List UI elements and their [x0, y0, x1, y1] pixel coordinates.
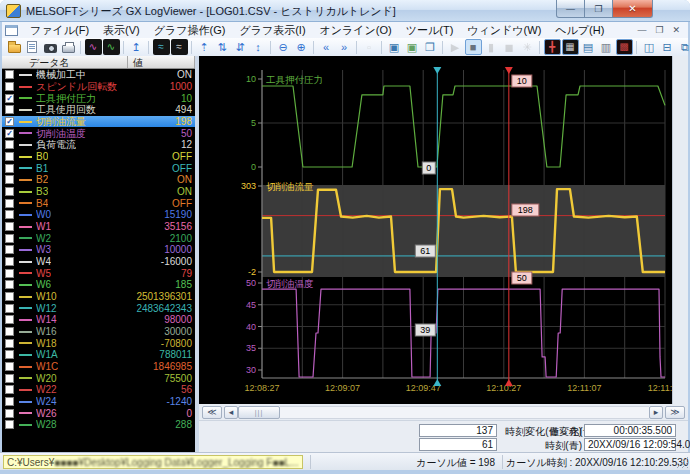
- table-row-1[interactable]: スピンドル回転数1000: [2, 81, 195, 93]
- gather-graphs-button[interactable]: ⇵: [232, 39, 249, 55]
- scroll-page-right-button[interactable]: ≫: [665, 406, 685, 419]
- table-row-9[interactable]: B2ON: [2, 174, 195, 186]
- row-checkbox[interactable]: [5, 164, 14, 173]
- table-row-26[interactable]: W2075500: [2, 372, 195, 384]
- ghost-button[interactable]: ▫: [361, 39, 378, 55]
- move-upper-graph-button[interactable]: ⇡: [196, 39, 213, 55]
- row-checkbox[interactable]: ✓: [5, 94, 14, 103]
- spread-graphs-button[interactable]: ⇅: [214, 39, 231, 55]
- menu-file[interactable]: ファイル(F): [23, 22, 96, 39]
- menu-window[interactable]: ウィンドウ(W): [460, 22, 548, 39]
- table-row-18[interactable]: W6185: [2, 279, 195, 291]
- menu-graph-operation[interactable]: グラフ操作(G): [147, 22, 233, 39]
- table-row-3[interactable]: 工具使用回数494: [2, 104, 195, 116]
- trend-window-button[interactable]: ≈: [153, 39, 170, 55]
- step-button[interactable]: ◼: [501, 39, 518, 55]
- red-zone-button[interactable]: ▩: [616, 39, 633, 55]
- row-checkbox[interactable]: [5, 187, 14, 196]
- table-row-2[interactable]: ✓工具押付圧力10: [2, 92, 195, 104]
- row-checkbox[interactable]: [5, 339, 14, 348]
- row-checkbox[interactable]: [5, 350, 14, 359]
- minimize-button[interactable]: —: [556, 0, 585, 18]
- tile-vertical-button[interactable]: ◫: [641, 39, 658, 55]
- row-checkbox[interactable]: [5, 280, 14, 289]
- table-row-13[interactable]: W135156: [2, 221, 195, 233]
- page-forward-button[interactable]: »: [336, 39, 353, 55]
- table-row-14[interactable]: W22100: [2, 232, 195, 244]
- table-row-19[interactable]: W102501396301: [2, 291, 195, 303]
- row-checkbox[interactable]: [5, 199, 14, 208]
- cascade-button[interactable]: ⧉: [677, 39, 690, 55]
- menu-graph-display[interactable]: グラフ表示(I): [232, 22, 312, 39]
- table-row-30[interactable]: W28288: [2, 419, 195, 431]
- row-checkbox[interactable]: [5, 327, 14, 336]
- mdi-restore-button[interactable]: ❐: [655, 25, 663, 35]
- row-checkbox[interactable]: [5, 420, 14, 429]
- scroll-right-button[interactable]: ▸: [649, 406, 663, 419]
- realtime-trend-button[interactable]: ∿: [103, 39, 120, 55]
- row-checkbox[interactable]: [5, 292, 14, 301]
- play-button[interactable]: ▶: [447, 39, 464, 55]
- table-row-6[interactable]: 負荷電流12: [2, 139, 195, 151]
- cursor-jump-button[interactable]: ↥: [128, 39, 145, 55]
- row-checkbox[interactable]: [5, 152, 14, 161]
- table-row-20[interactable]: W122483642343: [2, 302, 195, 314]
- row-checkbox[interactable]: [5, 222, 14, 231]
- trend-window2-button[interactable]: ≈: [171, 39, 188, 55]
- legend-display-button[interactable]: ▦: [562, 39, 579, 55]
- table-row-10[interactable]: B3ON: [2, 186, 195, 198]
- copy-graph-button[interactable]: ❐: [422, 39, 439, 55]
- table-row-23[interactable]: W18-70800: [2, 337, 195, 349]
- row-checkbox[interactable]: [5, 245, 14, 254]
- cursor-display-button[interactable]: ╋: [544, 39, 561, 55]
- table-row-12[interactable]: W015190: [2, 209, 195, 221]
- row-checkbox[interactable]: [5, 397, 14, 406]
- zoom-out-button[interactable]: ⊖: [275, 39, 292, 55]
- item-list-button[interactable]: ▥: [598, 39, 615, 55]
- stop-button[interactable]: ■: [465, 39, 482, 55]
- row-checkbox[interactable]: [5, 140, 14, 149]
- row-checkbox[interactable]: [5, 257, 14, 266]
- close-button[interactable]: ✕: [612, 0, 653, 18]
- save-image-button[interactable]: ▣: [386, 39, 403, 55]
- menu-help[interactable]: ヘルプ(H): [548, 22, 611, 39]
- menu-online[interactable]: オンライン(O): [313, 22, 399, 39]
- table-row-28[interactable]: W24-1240: [2, 396, 195, 408]
- table-row-25[interactable]: W1C1846985: [2, 361, 195, 373]
- table-row-16[interactable]: W4-16000: [2, 256, 195, 268]
- pause-button[interactable]: ▮: [483, 39, 500, 55]
- table-row-29[interactable]: W260: [2, 407, 195, 419]
- row-checkbox[interactable]: [5, 269, 14, 278]
- scroll-track[interactable]: [280, 406, 649, 419]
- row-checkbox[interactable]: [5, 82, 14, 91]
- table-row-7[interactable]: B0OFF: [2, 151, 195, 163]
- table-row-15[interactable]: W310000: [2, 244, 195, 256]
- tile-horizontal-button[interactable]: ⊟: [659, 39, 676, 55]
- scroll-thumb[interactable]: |||: [238, 406, 280, 419]
- maximize-button[interactable]: ❐: [585, 0, 612, 18]
- menu-tool[interactable]: ツール(T): [399, 22, 461, 39]
- row-checkbox[interactable]: [5, 105, 14, 114]
- row-checkbox[interactable]: [5, 374, 14, 383]
- table-row-17[interactable]: W579: [2, 267, 195, 279]
- save-image2-button[interactable]: ▣: [404, 39, 421, 55]
- open-file-button[interactable]: [6, 39, 23, 55]
- menu-view[interactable]: 表示(V): [96, 22, 147, 39]
- scroll-page-left-button[interactable]: ≪: [202, 406, 222, 419]
- page-back-button[interactable]: «: [318, 39, 335, 55]
- mdi-close-button[interactable]: ✕: [672, 25, 680, 35]
- file-info-button[interactable]: [24, 39, 41, 55]
- table-row-8[interactable]: B1OFF: [2, 162, 195, 174]
- row-checkbox[interactable]: [5, 210, 14, 219]
- capture-button[interactable]: [42, 39, 59, 55]
- row-checkbox[interactable]: ✓: [5, 129, 14, 138]
- resize-grip[interactable]: [676, 456, 688, 468]
- scroll-left-button[interactable]: ◂: [224, 406, 238, 419]
- table-row-24[interactable]: W1A788011: [2, 349, 195, 361]
- row-checkbox[interactable]: [5, 70, 14, 79]
- row-checkbox[interactable]: [5, 304, 14, 313]
- row-checkbox[interactable]: [5, 234, 14, 243]
- fit-graphs-button[interactable]: ↕: [250, 39, 267, 55]
- table-row-27[interactable]: W2256: [2, 384, 195, 396]
- table-row-21[interactable]: W1498000: [2, 314, 195, 326]
